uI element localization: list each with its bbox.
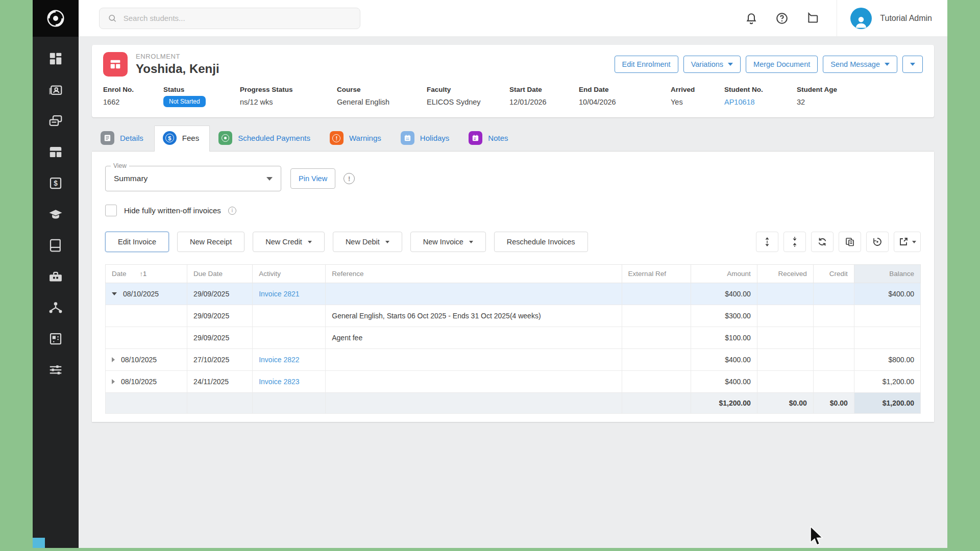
topbar: Tutorial Admin [79,0,947,37]
new-receipt-button[interactable]: New Receipt [177,232,244,252]
collapse-rows-button[interactable] [783,232,806,252]
col-amount[interactable]: Amount [691,265,757,283]
chevron-down-icon [308,241,312,243]
invoice-row-2823[interactable]: 08/10/2025 24/11/2025 Invoice 2823 $400.… [106,371,921,393]
col-external-ref[interactable]: External Ref [622,265,691,283]
col-reference[interactable]: Reference [326,265,622,283]
expand-row-icon[interactable] [112,379,115,384]
merge-document-button[interactable]: Merge Document [746,56,818,73]
search-input[interactable] [124,14,352,22]
student-no-link[interactable]: AP10618 [724,98,755,106]
main-area: Tutorial Admin ENROLMENT Yoshida, Kenji [79,0,947,548]
sidebar: $ [33,0,79,548]
hide-written-off-checkbox[interactable] [105,205,117,216]
sidebar-item-settings[interactable] [47,361,64,379]
tab-holidays[interactable]: Holidays [392,126,460,151]
edit-invoice-button[interactable]: Edit Invoice [105,232,169,252]
col-due-date[interactable]: Due Date [187,265,253,283]
agents-icon [48,300,63,315]
expand-rows-button[interactable] [756,232,778,252]
sidebar-item-finance[interactable]: $ [47,174,64,192]
info-course: Course General English [337,86,427,107]
details-icon [101,131,114,145]
tab-scheduled-payments[interactable]: Scheduled Payments [210,126,321,151]
col-balance[interactable]: Balance [854,265,920,283]
sidebar-item-toolbox[interactable] [47,268,64,285]
academics-icon [48,207,63,222]
new-credit-button[interactable]: New Credit [253,232,325,252]
invoice-line-row[interactable]: 29/09/2025 General English, Starts 06 Oc… [106,305,921,327]
invoice-link[interactable]: Invoice 2823 [259,378,299,386]
reschedule-invoices-button[interactable]: Reschedule Invoices [494,232,588,252]
invoice-line-row[interactable]: 29/09/2025 Agent fee $100.00 [106,327,921,349]
view-select-label: View [111,162,129,169]
sidebar-item-students[interactable] [47,81,64,98]
sidebar-item-agents[interactable] [47,299,64,316]
copy-button[interactable] [839,232,861,252]
chevron-down-icon [885,63,890,66]
sidebar-item-organisation[interactable] [47,330,64,347]
invoice-row-2822[interactable]: 08/10/2025 27/10/2025 Invoice 2822 $400.… [106,349,921,371]
new-debit-button[interactable]: New Debit [333,232,402,252]
sidebar-item-classes[interactable] [47,143,64,161]
col-credit[interactable]: Credit [813,265,854,283]
collapse-row-icon[interactable] [112,292,117,295]
student-search[interactable] [99,8,360,29]
logo-icon [45,8,66,29]
more-actions-button[interactable] [902,56,923,73]
invoice-row-2821[interactable]: 08/10/2025 29/09/2025 Invoice 2821 $400.… [106,283,921,305]
sidebar-item-academics[interactable] [47,206,64,223]
user-menu[interactable]: Tutorial Admin [837,8,947,29]
tab-notes[interactable]: Notes [460,126,519,151]
help-icon[interactable] [775,12,789,25]
sidebar-item-courses[interactable] [47,237,64,254]
total-received: $0.00 [757,393,813,414]
invoice-link[interactable]: Invoice 2821 [259,290,299,298]
user-name: Tutorial Admin [880,14,932,23]
tab-warnings[interactable]: ! Warnings [321,126,392,151]
user-icon [853,14,869,29]
chevron-down-icon [728,63,733,66]
fees-icon: $ [163,131,177,145]
col-date[interactable]: Date↑1 [106,265,187,283]
export-icon [898,237,909,247]
pin-view-info-icon[interactable]: ! [344,173,355,184]
info-start-date: Start Date 12/01/2026 [509,86,579,107]
pin-view-button[interactable]: Pin View [290,168,335,189]
chat-icon[interactable] [806,12,819,25]
content: ENROLMENT Yoshida, Kenji Edit Enrolment … [79,37,947,548]
chevron-down-icon [469,241,473,243]
invoices-table: Date↑1 Due Date Activity Reference Exter… [105,264,921,414]
app-logo[interactable] [33,0,79,37]
view-select[interactable]: View Summary [105,166,281,191]
info-arrived: Arrived Yes [671,86,724,107]
screen: $ [0,0,980,551]
enrolment-header-card: ENROLMENT Yoshida, Kenji Edit Enrolment … [92,45,934,117]
entity-label: ENROLMENT [136,53,219,60]
checkbox-info-icon[interactable]: i [228,207,236,215]
sidebar-item-dashboard[interactable] [47,50,64,67]
enrolments-icon [48,113,63,129]
refresh-button[interactable] [811,232,834,252]
notifications-icon[interactable] [745,12,758,25]
export-button[interactable] [894,232,921,252]
invoice-link[interactable]: Invoice 2822 [259,356,299,364]
tab-details[interactable]: Details [92,126,154,151]
holidays-icon [401,131,414,145]
fees-panel: View Summary Pin View ! Hide fully writt… [92,152,934,422]
history-button[interactable] [866,232,889,252]
warnings-icon: ! [330,131,344,145]
sidebar-item-enrolments[interactable] [47,112,64,130]
expand-row-icon[interactable] [112,357,115,362]
enrolment-icon [103,52,128,77]
tab-fees[interactable]: $ Fees [154,126,210,152]
send-message-button[interactable]: Send Message [823,56,897,73]
col-activity[interactable]: Activity [253,265,326,283]
new-invoice-button[interactable]: New Invoice [410,232,486,252]
edit-enrolment-button[interactable]: Edit Enrolment [615,56,678,73]
sidebar-nav: $ [33,37,79,538]
expand-rows-icon [762,237,772,247]
variations-button[interactable]: Variations [683,56,741,73]
info-enrol-no: Enrol No. 1662 [103,86,163,107]
col-received[interactable]: Received [757,265,813,283]
